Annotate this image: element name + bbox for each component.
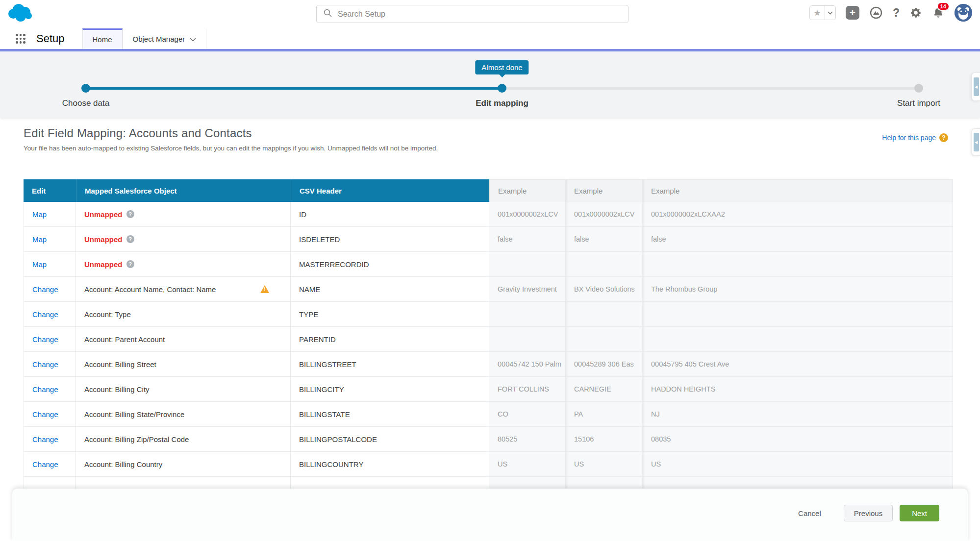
progress-fill bbox=[86, 87, 502, 90]
example-value-2: BX Video Solutions bbox=[566, 277, 643, 302]
map-change-link[interactable]: Map bbox=[32, 260, 47, 269]
table-row: Map Unmapped ? MASTERRECORDID bbox=[24, 252, 953, 277]
table-row: Change Account: Billing Country ? BILLIN… bbox=[24, 452, 953, 477]
import-progress-section: Almost done Choose data Edit mapping Sta… bbox=[0, 51, 980, 118]
favorites-dropdown-icon[interactable] bbox=[825, 6, 835, 20]
example-value-3: 00045795 405 Crest Ave bbox=[643, 352, 953, 377]
map-change-link[interactable]: Change bbox=[32, 460, 58, 468]
csv-header-label: PARENTID bbox=[291, 327, 489, 352]
collapsed-panel-toggle-bottom[interactable]: ◀ bbox=[972, 128, 980, 156]
global-search[interactable] bbox=[316, 5, 628, 23]
mapped-object-label: Account: Type bbox=[84, 310, 131, 319]
col-header-mapped: Mapped Salesforce Object bbox=[76, 179, 291, 202]
table-row: Map Unmapped ? ISDELETED false false fal… bbox=[24, 227, 953, 252]
chevron-down-icon bbox=[190, 35, 196, 43]
col-header-edit: Edit bbox=[24, 179, 76, 202]
example-value-3: The Rhombus Group bbox=[643, 277, 953, 302]
csv-header-label: BILLINGCITY bbox=[291, 377, 489, 402]
map-change-link[interactable]: Change bbox=[32, 410, 58, 418]
salesforce-setup-screen: ★ + ? 14 Setup bbox=[0, 0, 980, 541]
help-orb-icon: ? bbox=[939, 133, 948, 142]
info-icon[interactable]: ? bbox=[126, 235, 134, 243]
setup-tab-bar: Setup Home Object Manager bbox=[0, 28, 980, 49]
step-label-choose-data: Choose data bbox=[22, 98, 150, 108]
search-icon bbox=[324, 9, 332, 19]
favorites-group: ★ bbox=[809, 5, 836, 20]
example-value-3: NJ bbox=[643, 402, 953, 427]
map-change-link[interactable]: Change bbox=[32, 335, 58, 344]
favorites-star-icon[interactable]: ★ bbox=[810, 6, 825, 20]
example-value-3: false bbox=[643, 227, 953, 252]
info-icon[interactable]: ? bbox=[126, 210, 134, 218]
tab-object-manager[interactable]: Object Manager bbox=[123, 28, 207, 49]
search-input[interactable] bbox=[338, 10, 621, 19]
map-change-link[interactable]: Map bbox=[32, 210, 47, 219]
user-avatar[interactable] bbox=[955, 4, 972, 22]
field-mapping-table: Edit Mapped Salesforce Object CSV Header… bbox=[24, 179, 953, 490]
example-value-1: false bbox=[489, 227, 566, 252]
csv-header-label: BILLINGSTREET bbox=[291, 352, 489, 377]
map-change-link[interactable]: Change bbox=[32, 360, 58, 369]
col-header-csv: CSV Header bbox=[291, 179, 489, 202]
example-value-2: 15106 bbox=[566, 427, 643, 452]
table-header-row: Edit Mapped Salesforce Object CSV Header… bbox=[24, 179, 953, 202]
example-value-1: Gravity Investment bbox=[489, 277, 566, 302]
example-value-2: false bbox=[566, 227, 643, 252]
example-value-2 bbox=[566, 252, 643, 277]
next-button[interactable]: Next bbox=[900, 505, 939, 521]
notifications-bell-icon[interactable]: 14 bbox=[932, 6, 945, 19]
csv-header-label: NAME bbox=[291, 277, 489, 302]
csv-header-label: MASTERRECORDID bbox=[291, 252, 489, 277]
table-row: Change Account: Billing Zip/Postal Code … bbox=[24, 427, 953, 452]
tab-home-label: Home bbox=[93, 35, 112, 44]
table-row: Change Account: Billing Street ? BILLING… bbox=[24, 352, 953, 377]
page-head: Edit Field Mapping: Accounts and Contact… bbox=[24, 126, 953, 152]
cancel-button[interactable]: Cancel bbox=[788, 505, 831, 521]
map-change-link[interactable]: Change bbox=[32, 310, 58, 319]
step-label-start-import: Start import bbox=[855, 98, 980, 108]
csv-header-label: TYPE bbox=[291, 302, 489, 327]
trailhead-icon[interactable] bbox=[869, 6, 883, 20]
tab-home[interactable]: Home bbox=[82, 28, 123, 49]
example-value-1 bbox=[489, 327, 566, 352]
help-for-this-page-link[interactable]: Help for this page ? bbox=[882, 133, 948, 142]
previous-button[interactable]: Previous bbox=[844, 505, 893, 521]
mapped-object-label: Account: Billing Street bbox=[84, 360, 156, 369]
example-value-1: US bbox=[489, 452, 566, 477]
example-value-2: PA bbox=[566, 402, 643, 427]
col-header-example-1: Example bbox=[489, 179, 566, 202]
mapped-object-label: Account: Parent Account bbox=[84, 335, 165, 344]
step-dot-choose-data bbox=[81, 84, 90, 93]
tab-object-manager-label: Object Manager bbox=[133, 35, 185, 43]
example-value-2 bbox=[566, 302, 643, 327]
col-header-example-2: Example bbox=[566, 179, 643, 202]
setup-gear-icon[interactable] bbox=[909, 6, 922, 19]
collapsed-panel-toggle-top[interactable]: ◀ bbox=[972, 73, 980, 101]
col-header-example-3: Example bbox=[643, 179, 953, 202]
example-value-2: 001x0000002xLCV bbox=[566, 202, 643, 227]
wizard-footer: Cancel Previous Next bbox=[12, 489, 968, 541]
notification-badge: 14 bbox=[937, 2, 950, 11]
mapped-object-label: Unmapped bbox=[84, 260, 123, 269]
table-row: Change Account: Account Name, Contact: N… bbox=[24, 277, 953, 302]
csv-header-label: ISDELETED bbox=[291, 227, 489, 252]
mapped-object-label: Account: Billing State/Province bbox=[84, 410, 184, 418]
brand-band bbox=[0, 49, 980, 51]
example-value-2: 00045289 306 Eas bbox=[566, 352, 643, 377]
step-label-edit-mapping: Edit mapping bbox=[438, 98, 566, 108]
map-change-link[interactable]: Map bbox=[32, 235, 47, 244]
help-icon[interactable]: ? bbox=[893, 6, 900, 20]
map-change-link[interactable]: Change bbox=[32, 285, 58, 294]
app-launcher-icon[interactable] bbox=[16, 34, 25, 44]
info-icon[interactable]: ? bbox=[126, 260, 134, 268]
mapped-object-label: Account: Billing Zip/Postal Code bbox=[84, 435, 189, 443]
mapped-object-label: Account: Billing City bbox=[84, 385, 150, 393]
global-actions-icon[interactable]: + bbox=[846, 6, 859, 20]
map-change-link[interactable]: Change bbox=[32, 385, 58, 393]
csv-header-label: BILLINGSTATE bbox=[291, 402, 489, 427]
table-row: Change Account: Billing State/Province ?… bbox=[24, 402, 953, 427]
csv-header-label: BILLINGCOUNTRY bbox=[291, 452, 489, 477]
example-value-3: 001x0000002xLCXAA2 bbox=[643, 202, 953, 227]
map-change-link[interactable]: Change bbox=[32, 435, 58, 443]
page-subtitle: Your file has been auto-mapped to existi… bbox=[24, 145, 953, 152]
